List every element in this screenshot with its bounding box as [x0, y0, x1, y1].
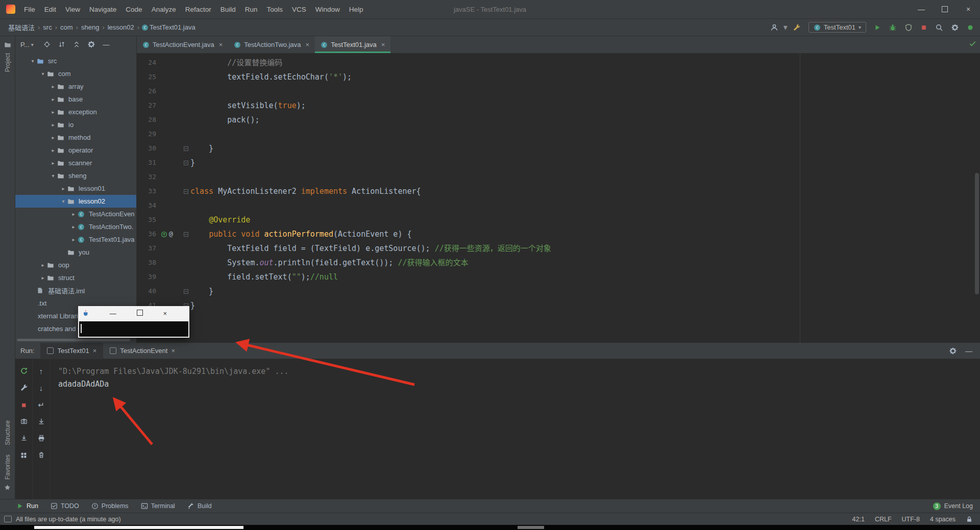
maximize-button[interactable] [933, 0, 957, 18]
breadcrumb-item-3[interactable]: sheng [80, 23, 100, 31]
wrench-icon[interactable] [793, 23, 801, 32]
run-button[interactable] [874, 24, 881, 31]
rerun-icon[interactable] [18, 365, 30, 376]
editor-tab-testtext01java[interactable]: CTestText01.java× [315, 36, 390, 53]
tree-item-testtext01.java[interactable]: ▸CTestText01.java [15, 233, 136, 246]
menu-item-code[interactable]: Code [121, 6, 146, 13]
fold-marker-icon[interactable] [184, 232, 188, 237]
editor-tab-testactiontwojava[interactable]: CTestActionTwo.java× [228, 36, 315, 53]
menu-item-view[interactable]: View [61, 6, 85, 13]
menu-item-refactor[interactable]: Refactor [181, 6, 216, 13]
dump-threads-icon[interactable] [18, 433, 30, 444]
close-tab-icon[interactable]: × [93, 347, 97, 355]
search-everywhere-icon[interactable] [935, 23, 943, 32]
project-panel-title[interactable]: P... [20, 41, 30, 48]
editor-line-25[interactable]: 25 textField.setEchoChar('*'); [137, 70, 980, 84]
tree-collapsed-icon[interactable]: ▸ [49, 135, 57, 140]
menu-item-navigate[interactable]: Navigate [85, 6, 121, 13]
menu-item-edit[interactable]: Edit [40, 6, 61, 13]
menu-item-vcs[interactable]: VCS [287, 6, 311, 13]
tree-collapsed-icon[interactable]: ▸ [49, 109, 57, 115]
tree-collapsed-icon[interactable]: ▸ [59, 186, 67, 191]
override-method-icon[interactable] [161, 231, 167, 238]
print-icon[interactable] [36, 433, 47, 444]
status-circle-icon[interactable] [967, 24, 974, 31]
editor-line-27[interactable]: 27 setVisible(true); [137, 98, 980, 113]
indent-setting[interactable]: 4 spaces [930, 516, 955, 523]
tree-item-exception[interactable]: ▸exception [15, 106, 136, 118]
toolwindow-tab-run[interactable]: Run [16, 499, 38, 513]
tree-item-oop[interactable]: ▸oop [15, 259, 136, 271]
tree-collapsed-icon[interactable]: ▸ [39, 262, 47, 268]
expand-collapse-icon[interactable] [58, 40, 66, 48]
editor-line-32[interactable]: 32 [137, 170, 980, 184]
editor-line-37[interactable]: 37 TextField field = (TextField) e.getSo… [137, 241, 980, 256]
tree-item-io[interactable]: ▸io [15, 118, 136, 131]
down-stacktrace-icon[interactable]: ↓ [36, 382, 47, 393]
close-tab-icon[interactable]: × [381, 41, 385, 48]
menu-item-analyze[interactable]: Analyze [147, 6, 181, 13]
awt-frame[interactable]: — × [78, 306, 189, 338]
lock-icon[interactable] [966, 516, 973, 523]
scroll-to-end-icon[interactable] [36, 416, 47, 427]
fold-marker-icon[interactable] [184, 289, 188, 294]
run-tab-testtext01[interactable]: TestText01× [40, 343, 103, 359]
screenshot-icon[interactable] [18, 416, 30, 427]
up-stacktrace-icon[interactable]: ↑ [36, 365, 47, 376]
clear-all-icon[interactable] [36, 449, 47, 461]
tree-item-lesson01[interactable]: ▸lesson01 [15, 182, 136, 195]
close-tab-icon[interactable]: × [171, 347, 175, 355]
run-configuration-select[interactable]: C TestText01 ▾ [808, 22, 866, 33]
breadcrumb-item-4[interactable]: lesson02 [107, 23, 135, 31]
tree-item-you[interactable]: you [15, 246, 136, 259]
tree-item-base[interactable]: ▸base [15, 93, 136, 106]
editor[interactable]: 24 //设置替换编码25 textField.setEchoChar('*')… [137, 54, 980, 343]
editor-line-33[interactable]: 33class MyActionListener2 implements Act… [137, 184, 980, 198]
breadcrumb-item-5[interactable]: TestText01.java [149, 23, 197, 31]
tree-item-scanner[interactable]: ▸scanner [15, 157, 136, 169]
restore-layout-icon[interactable] [18, 449, 30, 461]
user-dropdown-icon[interactable]: ▾ [783, 23, 788, 32]
console-output[interactable]: "D:\Program Files\Java\JDK-8u291\bin\jav… [50, 359, 980, 499]
encoding[interactable]: UTF-8 [902, 516, 920, 523]
stripe-favorites-tab[interactable]: Favorites [4, 455, 11, 479]
run-settings-icon[interactable] [949, 347, 957, 355]
stop-button[interactable] [920, 24, 927, 31]
hide-panel-icon[interactable]: — [102, 40, 110, 48]
caret-position[interactable]: 42:1 [852, 516, 865, 523]
tree-item-.iml[interactable]: 基础语法.iml [15, 284, 136, 297]
favorites-star-icon[interactable] [4, 484, 11, 491]
stop-icon[interactable]: ■ [18, 399, 30, 410]
soft-wrap-icon[interactable]: ↵ [36, 399, 47, 410]
editor-line-41[interactable]: 41} [137, 298, 980, 313]
editor-line-29[interactable]: 29 [137, 127, 980, 141]
editor-tab-testactioneventjava[interactable]: CTestActionEvent.java× [137, 36, 228, 53]
tree-item-sheng[interactable]: ▾sheng [15, 169, 136, 182]
breadcrumb-item-0[interactable]: 基础语法 [7, 22, 36, 32]
line-ending[interactable]: CRLF [875, 516, 892, 523]
tree-item-src[interactable]: ▾src [15, 55, 136, 67]
inspections-ok-icon[interactable] [969, 40, 976, 47]
fold-marker-icon[interactable] [184, 161, 188, 165]
close-tab-icon[interactable]: × [306, 41, 310, 48]
tree-collapsed-icon[interactable]: ▸ [69, 224, 78, 230]
editor-line-26[interactable]: 26 [137, 84, 980, 98]
editor-line-30[interactable]: 30 } [137, 141, 980, 156]
tree-expanded-icon[interactable]: ▾ [59, 198, 67, 204]
tree-collapsed-icon[interactable]: ▸ [69, 237, 78, 242]
fold-marker-icon[interactable] [184, 146, 188, 151]
tree-item-testactiontwo.[interactable]: ▸CTestActionTwo. [15, 220, 136, 233]
locate-icon[interactable] [43, 40, 51, 48]
toolwindow-tab-todo[interactable]: TODO [51, 499, 79, 513]
menu-item-help[interactable]: Help [345, 6, 368, 13]
editor-line-31[interactable]: 31} [137, 156, 980, 170]
hide-run-panel-icon[interactable]: — [965, 347, 973, 355]
toolwindow-toggle-icon[interactable] [4, 516, 12, 522]
menu-item-window[interactable]: Window [311, 6, 345, 13]
tree-collapsed-icon[interactable]: ▸ [49, 84, 57, 89]
breadcrumb-item-1[interactable]: src [42, 23, 53, 31]
editor-line-40[interactable]: 40 } [137, 284, 980, 298]
tree-item-com[interactable]: ▾com [15, 67, 136, 80]
tree-item-testactioneven[interactable]: ▸CTestActionEven [15, 208, 136, 220]
toolwindow-tab-build[interactable]: Build [187, 499, 212, 513]
